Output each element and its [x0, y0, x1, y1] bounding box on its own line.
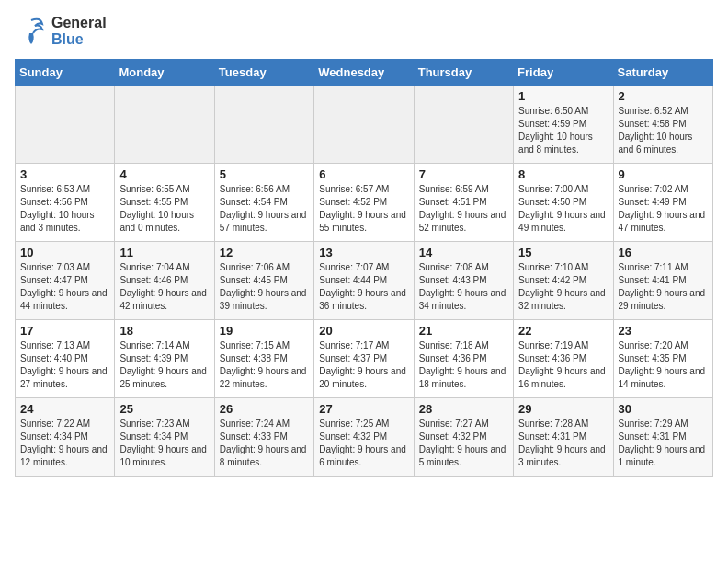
logo-bird-icon [15, 15, 48, 48]
day-info: Sunrise: 6:59 AM Sunset: 4:51 PM Dayligh… [419, 183, 508, 235]
day-info: Sunrise: 6:50 AM Sunset: 4:59 PM Dayligh… [518, 105, 608, 156]
day-number: 3 [20, 167, 109, 181]
day-number: 17 [20, 324, 109, 338]
calendar-cell: 15Sunrise: 7:10 AM Sunset: 4:42 PM Dayli… [514, 242, 613, 320]
calendar-cell: 10Sunrise: 7:03 AM Sunset: 4:47 PM Dayli… [16, 242, 115, 320]
day-number: 27 [319, 402, 408, 416]
header-day-monday: Monday [115, 60, 214, 86]
calendar-cell: 26Sunrise: 7:24 AM Sunset: 4:33 PM Dayli… [214, 398, 313, 477]
calendar-cell: 18Sunrise: 7:14 AM Sunset: 4:39 PM Dayli… [115, 320, 214, 398]
day-info: Sunrise: 7:25 AM Sunset: 4:32 PM Dayligh… [319, 418, 408, 469]
day-info: Sunrise: 7:00 AM Sunset: 4:50 PM Dayligh… [518, 183, 608, 235]
calendar-cell: 23Sunrise: 7:20 AM Sunset: 4:35 PM Dayli… [613, 320, 712, 398]
header-day-sunday: Sunday [16, 60, 115, 86]
day-info: Sunrise: 7:18 AM Sunset: 4:36 PM Dayligh… [419, 339, 508, 391]
day-info: Sunrise: 7:15 AM Sunset: 4:38 PM Dayligh… [220, 339, 309, 391]
day-number: 30 [619, 402, 708, 416]
day-number: 4 [119, 167, 209, 181]
day-number: 10 [20, 246, 109, 259]
day-info: Sunrise: 7:24 AM Sunset: 4:33 PM Dayligh… [220, 418, 309, 469]
calendar-cell [115, 86, 214, 164]
calendar-table: SundayMondayTuesdayWednesdayThursdayFrid… [15, 59, 713, 477]
logo: General Blue [15, 15, 107, 48]
day-info: Sunrise: 7:10 AM Sunset: 4:42 PM Dayligh… [518, 261, 608, 313]
calendar-cell: 5Sunrise: 6:56 AM Sunset: 4:54 PM Daylig… [214, 164, 313, 242]
calendar-cell: 21Sunrise: 7:18 AM Sunset: 4:36 PM Dayli… [414, 320, 513, 398]
day-info: Sunrise: 6:52 AM Sunset: 4:58 PM Dayligh… [619, 105, 708, 156]
day-info: Sunrise: 7:11 AM Sunset: 4:41 PM Dayligh… [619, 261, 708, 313]
day-info: Sunrise: 7:20 AM Sunset: 4:35 PM Dayligh… [619, 339, 708, 391]
header-day-tuesday: Tuesday [214, 60, 313, 86]
day-info: Sunrise: 6:53 AM Sunset: 4:56 PM Dayligh… [20, 183, 109, 235]
logo-general: General [51, 15, 107, 31]
calendar-cell: 1Sunrise: 6:50 AM Sunset: 4:59 PM Daylig… [514, 86, 613, 164]
calendar-cell: 12Sunrise: 7:06 AM Sunset: 4:45 PM Dayli… [214, 242, 313, 320]
header-day-saturday: Saturday [613, 60, 712, 86]
day-info: Sunrise: 7:07 AM Sunset: 4:44 PM Dayligh… [319, 261, 408, 313]
logo-blue: Blue [51, 31, 107, 48]
calendar-cell: 20Sunrise: 7:17 AM Sunset: 4:37 PM Dayli… [314, 320, 414, 398]
day-number: 28 [419, 402, 508, 416]
calendar-cell: 7Sunrise: 6:59 AM Sunset: 4:51 PM Daylig… [414, 164, 513, 242]
day-info: Sunrise: 7:03 AM Sunset: 4:47 PM Dayligh… [20, 261, 109, 313]
calendar-cell: 16Sunrise: 7:11 AM Sunset: 4:41 PM Dayli… [613, 242, 712, 320]
day-number: 19 [220, 324, 309, 338]
calendar-cell: 25Sunrise: 7:23 AM Sunset: 4:34 PM Dayli… [115, 398, 214, 477]
week-row-3: 10Sunrise: 7:03 AM Sunset: 4:47 PM Dayli… [16, 242, 713, 320]
day-info: Sunrise: 7:02 AM Sunset: 4:49 PM Dayligh… [619, 183, 708, 235]
header-row: SundayMondayTuesdayWednesdayThursdayFrid… [16, 60, 713, 86]
day-info: Sunrise: 7:06 AM Sunset: 4:45 PM Dayligh… [220, 261, 309, 313]
day-number: 16 [619, 246, 708, 259]
calendar-cell: 11Sunrise: 7:04 AM Sunset: 4:46 PM Dayli… [115, 242, 214, 320]
calendar-cell: 19Sunrise: 7:15 AM Sunset: 4:38 PM Dayli… [214, 320, 313, 398]
day-number: 1 [518, 89, 608, 103]
calendar-cell: 30Sunrise: 7:29 AM Sunset: 4:31 PM Dayli… [613, 398, 712, 477]
calendar-cell: 6Sunrise: 6:57 AM Sunset: 4:52 PM Daylig… [314, 164, 414, 242]
week-row-1: 1Sunrise: 6:50 AM Sunset: 4:59 PM Daylig… [16, 86, 713, 164]
day-number: 21 [419, 324, 508, 338]
day-number: 2 [619, 89, 708, 103]
calendar-cell: 29Sunrise: 7:28 AM Sunset: 4:31 PM Dayli… [514, 398, 613, 477]
header-day-friday: Friday [514, 60, 613, 86]
day-number: 18 [119, 324, 209, 338]
week-row-4: 17Sunrise: 7:13 AM Sunset: 4:40 PM Dayli… [16, 320, 713, 398]
day-info: Sunrise: 7:28 AM Sunset: 4:31 PM Dayligh… [518, 418, 608, 469]
day-number: 9 [619, 167, 708, 181]
calendar-cell: 3Sunrise: 6:53 AM Sunset: 4:56 PM Daylig… [16, 164, 115, 242]
day-info: Sunrise: 7:14 AM Sunset: 4:39 PM Dayligh… [119, 339, 209, 391]
day-info: Sunrise: 7:13 AM Sunset: 4:40 PM Dayligh… [20, 339, 109, 391]
calendar-cell: 24Sunrise: 7:22 AM Sunset: 4:34 PM Dayli… [16, 398, 115, 477]
day-number: 12 [220, 246, 309, 259]
day-number: 13 [319, 246, 408, 259]
calendar-cell: 8Sunrise: 7:00 AM Sunset: 4:50 PM Daylig… [514, 164, 613, 242]
calendar-cell: 2Sunrise: 6:52 AM Sunset: 4:58 PM Daylig… [613, 86, 712, 164]
calendar-cell: 4Sunrise: 6:55 AM Sunset: 4:55 PM Daylig… [115, 164, 214, 242]
header: General Blue [15, 15, 713, 48]
day-number: 14 [419, 246, 508, 259]
day-number: 11 [119, 246, 209, 259]
day-number: 6 [319, 167, 408, 181]
day-number: 8 [518, 167, 608, 181]
calendar-cell [314, 86, 414, 164]
calendar-cell: 17Sunrise: 7:13 AM Sunset: 4:40 PM Dayli… [16, 320, 115, 398]
day-info: Sunrise: 7:27 AM Sunset: 4:32 PM Dayligh… [419, 418, 508, 469]
calendar-cell [214, 86, 313, 164]
calendar-cell: 13Sunrise: 7:07 AM Sunset: 4:44 PM Dayli… [314, 242, 414, 320]
day-number: 5 [220, 167, 309, 181]
day-number: 20 [319, 324, 408, 338]
calendar-cell: 14Sunrise: 7:08 AM Sunset: 4:43 PM Dayli… [414, 242, 513, 320]
calendar-cell: 28Sunrise: 7:27 AM Sunset: 4:32 PM Dayli… [414, 398, 513, 477]
day-number: 25 [119, 402, 209, 416]
day-info: Sunrise: 6:57 AM Sunset: 4:52 PM Dayligh… [319, 183, 408, 235]
day-info: Sunrise: 7:23 AM Sunset: 4:34 PM Dayligh… [119, 418, 209, 469]
day-info: Sunrise: 7:19 AM Sunset: 4:36 PM Dayligh… [518, 339, 608, 391]
day-info: Sunrise: 6:55 AM Sunset: 4:55 PM Dayligh… [119, 183, 209, 235]
day-number: 26 [220, 402, 309, 416]
calendar-cell: 27Sunrise: 7:25 AM Sunset: 4:32 PM Dayli… [314, 398, 414, 477]
calendar-cell [16, 86, 115, 164]
day-info: Sunrise: 7:04 AM Sunset: 4:46 PM Dayligh… [119, 261, 209, 313]
day-number: 24 [20, 402, 109, 416]
day-number: 7 [419, 167, 508, 181]
day-info: Sunrise: 7:29 AM Sunset: 4:31 PM Dayligh… [619, 418, 708, 469]
week-row-5: 24Sunrise: 7:22 AM Sunset: 4:34 PM Dayli… [16, 398, 713, 477]
